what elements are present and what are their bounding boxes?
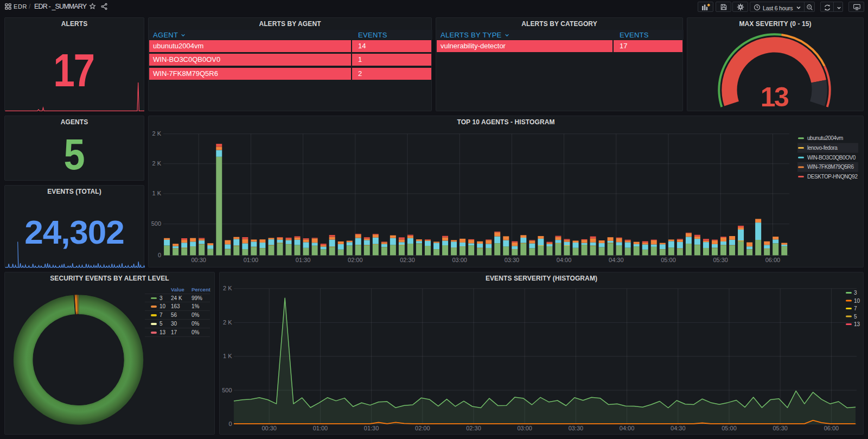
svg-text:1 K: 1 K — [152, 190, 161, 196]
svg-text:lenovo-fedora: lenovo-fedora — [807, 145, 838, 151]
svg-text:02:30: 02:30 — [466, 425, 481, 431]
svg-text:13: 13 — [854, 321, 860, 327]
svg-text:04:30: 04:30 — [609, 257, 624, 263]
svg-text:2 K: 2 K — [152, 130, 161, 137]
svg-text:00:30: 00:30 — [191, 257, 206, 263]
svg-text:0: 0 — [228, 421, 232, 427]
svg-text:WIN-BO3C0QB0OV0: WIN-BO3C0QB0OV0 — [807, 155, 856, 161]
svg-text:02:30: 02:30 — [400, 257, 415, 263]
svg-text:2 K: 2 K — [223, 319, 232, 326]
svg-text:03:00: 03:00 — [452, 257, 467, 263]
svg-text:ubunutu2004vm: ubunutu2004vm — [807, 135, 843, 141]
svg-text:03:00: 03:00 — [517, 425, 532, 431]
svg-text:05:00: 05:00 — [661, 257, 676, 263]
svg-text:0: 0 — [158, 252, 161, 258]
svg-text:2 K: 2 K — [223, 285, 232, 291]
svg-text:01:30: 01:30 — [364, 425, 379, 431]
svg-text:7: 7 — [854, 306, 857, 311]
svg-text:03:30: 03:30 — [505, 257, 520, 263]
svg-text:2 K: 2 K — [152, 160, 161, 167]
svg-text:01:00: 01:00 — [244, 257, 259, 263]
svg-text:500: 500 — [151, 220, 161, 227]
svg-text:04:00: 04:00 — [557, 257, 572, 263]
svg-text:1 K: 1 K — [223, 353, 232, 359]
svg-text:10: 10 — [854, 298, 860, 304]
svg-text:WIN-7FK8M79Q5R6: WIN-7FK8M79Q5R6 — [807, 164, 854, 170]
svg-text:05:00: 05:00 — [722, 425, 737, 431]
svg-text:06:00: 06:00 — [765, 257, 781, 263]
svg-text:00:30: 00:30 — [261, 425, 277, 431]
svg-text:06:00: 06:00 — [824, 425, 839, 431]
svg-text:02:00: 02:00 — [348, 257, 363, 263]
svg-text:04:30: 04:30 — [671, 425, 686, 431]
svg-text:3: 3 — [854, 290, 857, 296]
svg-text:05:30: 05:30 — [713, 257, 728, 263]
svg-text:01:00: 01:00 — [313, 425, 328, 431]
svg-text:500: 500 — [222, 387, 232, 393]
svg-text:5: 5 — [854, 314, 857, 320]
svg-text:03:30: 03:30 — [569, 425, 584, 431]
svg-text:02:00: 02:00 — [415, 425, 430, 431]
svg-text:04:00: 04:00 — [620, 425, 635, 431]
svg-text:DESKTOP-HNQNQ92: DESKTOP-HNQNQ92 — [807, 174, 858, 180]
svg-text:05:30: 05:30 — [773, 425, 788, 431]
svg-text:01:30: 01:30 — [296, 257, 311, 263]
